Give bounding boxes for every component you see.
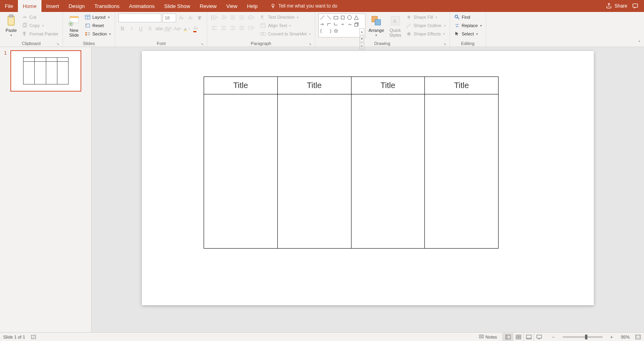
replace-icon xyxy=(454,22,460,29)
table-cell[interactable] xyxy=(278,94,351,248)
font-color-button[interactable]: A▾ xyxy=(192,25,200,33)
pen-icon xyxy=(406,22,412,29)
shapes-gallery[interactable]: ▴ ▾ ≡ xyxy=(318,14,365,37)
strike-button[interactable]: abc xyxy=(155,25,163,33)
view-normal-button[interactable] xyxy=(503,333,513,341)
fit-to-window-button[interactable] xyxy=(635,335,641,339)
convert-smartart-button[interactable]: Convert to SmartArt▾ xyxy=(259,30,311,37)
table-header-1[interactable]: Title xyxy=(204,77,277,94)
inc-indent-button[interactable] xyxy=(238,14,246,22)
shadow-button[interactable]: S xyxy=(146,25,154,33)
replace-button[interactable]: Replace▾ xyxy=(453,22,483,29)
cut-button[interactable]: ✂ Cut xyxy=(21,14,59,21)
table-cell[interactable] xyxy=(204,94,277,248)
slide-counter[interactable]: Slide 1 of 1 xyxy=(3,335,25,339)
line-spacing-button[interactable]: ▾ xyxy=(247,14,255,22)
search-icon xyxy=(454,14,460,20)
new-slide-button[interactable]: New Slide xyxy=(66,14,82,38)
justify-button[interactable] xyxy=(238,24,246,32)
zoom-slider[interactable] xyxy=(563,336,603,338)
clear-format-button[interactable] xyxy=(196,14,204,22)
grow-font-button[interactable]: A▴ xyxy=(177,14,185,22)
paste-button[interactable]: Paste ▾ xyxy=(3,14,19,38)
layout-button[interactable]: Layout▾ xyxy=(84,14,112,21)
align-text-button[interactable]: Align Text▾ xyxy=(259,22,311,29)
underline-button[interactable]: U xyxy=(137,25,145,33)
find-button[interactable]: Find xyxy=(453,14,483,21)
shape-effects-button[interactable]: Shape Effects▾ xyxy=(405,30,446,37)
drawing-launcher-icon[interactable]: ↘ xyxy=(443,42,446,46)
table-header-2[interactable]: Title xyxy=(278,77,351,94)
shape-star-icon xyxy=(333,28,339,34)
font-family-combo[interactable] xyxy=(118,14,161,22)
table-header-4[interactable]: Title xyxy=(425,77,498,94)
view-reading-button[interactable] xyxy=(523,333,534,341)
slide-canvas-area[interactable]: Title Title Title Title xyxy=(92,47,644,332)
notes-icon xyxy=(479,335,484,339)
change-case-button[interactable]: Aa▾ xyxy=(173,25,181,33)
tab-transitions[interactable]: Transitions xyxy=(90,0,124,12)
columns-button[interactable]: ▾ xyxy=(247,24,255,32)
tab-view[interactable]: View xyxy=(222,0,242,12)
clipboard-launcher-icon[interactable]: ↘ xyxy=(56,42,59,46)
svg-rect-58 xyxy=(263,33,265,35)
table-header-3[interactable]: Title xyxy=(351,77,425,94)
shrink-font-button[interactable]: A▾ xyxy=(187,14,194,22)
tab-file[interactable]: File xyxy=(0,0,18,12)
bullets-button[interactable]: ▾ xyxy=(210,14,218,22)
align-right-button[interactable] xyxy=(229,24,237,32)
spellcheck-icon[interactable] xyxy=(31,334,36,340)
view-sorter-button[interactable] xyxy=(513,333,523,341)
comments-icon[interactable] xyxy=(632,3,638,9)
tab-review[interactable]: Review xyxy=(195,0,222,12)
tab-design[interactable]: Design xyxy=(64,0,89,12)
view-slideshow-button[interactable] xyxy=(534,333,544,341)
paragraph-launcher-icon[interactable]: ↘ xyxy=(308,42,312,46)
svg-point-69 xyxy=(407,32,410,36)
reset-button[interactable]: Reset xyxy=(84,22,112,29)
numbering-button[interactable]: ▾ xyxy=(220,14,228,22)
copy-button[interactable]: Copy▾ xyxy=(21,22,59,29)
slide[interactable]: Title Title Title Title xyxy=(142,51,594,305)
select-button[interactable]: Select▾ xyxy=(453,30,483,37)
font-launcher-icon[interactable]: ↘ xyxy=(200,42,204,46)
share-button[interactable]: Share xyxy=(606,3,627,9)
highlight-button[interactable]: ▾ xyxy=(183,25,190,33)
svg-line-60 xyxy=(327,16,331,20)
slide-thumbnail-1[interactable] xyxy=(10,50,81,92)
arrange-button[interactable]: Arrange ▾ xyxy=(367,14,386,38)
svg-rect-7 xyxy=(70,16,79,18)
share-icon xyxy=(606,3,612,9)
collapse-ribbon-button[interactable]: ˄ xyxy=(634,12,644,47)
zoom-in-button[interactable]: + xyxy=(608,335,615,339)
zoom-percent[interactable]: 95% xyxy=(621,335,630,339)
svg-point-63 xyxy=(348,16,351,20)
tab-home[interactable]: Home xyxy=(18,0,41,12)
align-center-button[interactable] xyxy=(220,24,228,32)
text-direction-button[interactable]: A Text Direction▾ xyxy=(259,14,311,21)
notes-button[interactable]: Notes xyxy=(479,335,497,339)
shape-outline-button[interactable]: Shape Outline▾ xyxy=(405,22,446,29)
align-left-button[interactable] xyxy=(210,24,218,32)
section-button[interactable]: Section▾ xyxy=(84,30,112,37)
tab-animations[interactable]: Animations xyxy=(124,0,159,12)
tell-me-search[interactable]: Tell me what you want to do xyxy=(270,0,337,12)
table-cell[interactable] xyxy=(351,94,425,248)
bucket-icon xyxy=(406,14,412,20)
tab-help[interactable]: Help xyxy=(242,0,263,12)
spacing-button[interactable]: AV▾ xyxy=(164,25,172,33)
shape-fill-button[interactable]: Shape Fill▾ xyxy=(405,14,446,21)
quick-styles-button[interactable]: A Quick Styles xyxy=(387,14,403,38)
zoom-out-button[interactable]: − xyxy=(550,335,557,339)
bold-button[interactable]: B xyxy=(118,25,126,33)
dec-indent-button[interactable] xyxy=(229,14,237,22)
tab-slideshow[interactable]: Slide Show xyxy=(159,0,195,12)
tab-insert[interactable]: Insert xyxy=(41,0,64,12)
italic-button[interactable]: I xyxy=(128,25,135,33)
font-size-combo[interactable]: 18 xyxy=(163,14,176,22)
slide-table[interactable]: Title Title Title Title xyxy=(204,76,499,249)
format-painter-button[interactable]: Format Painter xyxy=(21,30,59,37)
group-editing: Find Replace▾ Select▾ Editing xyxy=(450,12,486,47)
shapes-up-icon[interactable]: ▴ xyxy=(359,28,364,35)
table-cell[interactable] xyxy=(425,94,498,248)
